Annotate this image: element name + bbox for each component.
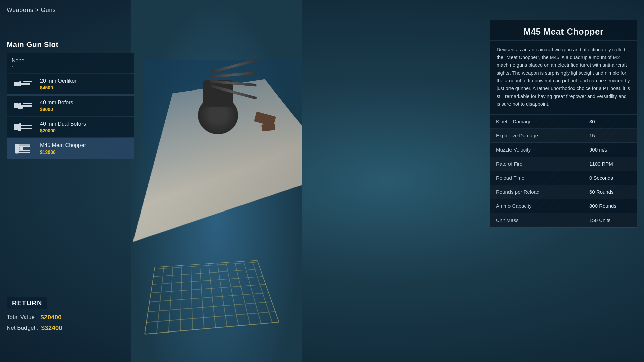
- rope-net: [144, 260, 280, 335]
- weapon-none-name: None: [12, 58, 24, 64]
- stat-value-4: 0 Seconds: [583, 171, 637, 185]
- stat-label-5: Rounds per Reload: [490, 185, 583, 199]
- stat-value-0: 30: [583, 115, 637, 128]
- weapon-icon-dual-bofors: [12, 120, 35, 134]
- weapon-name-meat-chopper: M45 Meat Chopper: [40, 142, 86, 148]
- stat-value-6: 800 Rounds: [583, 199, 637, 213]
- return-section: RETURN Total Value : $20400 Net Budget :…: [7, 297, 134, 335]
- weapon-name-dual-bofors: 40 mm Dual Bofors: [40, 121, 86, 127]
- svg-rect-13: [17, 144, 30, 146]
- right-panel: M45 Meat Chopper Devised as an anti-airc…: [490, 20, 637, 228]
- return-title: RETURN: [7, 297, 47, 309]
- stats-table: Kinetic Damage30Explosive Damage15Muzzle…: [490, 115, 637, 227]
- weapon-list: None - 20 mm Oerlikon $4500: [7, 53, 134, 159]
- gun-icon-bofors: [13, 100, 34, 112]
- panel-title: Main Gun Slot: [7, 40, 134, 49]
- net-budget-label: Net Budget :: [7, 325, 39, 331]
- weapon-item-meat-chopper[interactable]: M45 Meat Chopper $13000: [7, 138, 134, 159]
- weapon-info-dual-bofors: 40 mm Dual Bofors $20000: [40, 121, 86, 133]
- weapon-detail-title: M45 Meat Chopper: [490, 20, 637, 41]
- svg-rect-2: [23, 81, 32, 82]
- gun-barrel-3: [210, 80, 257, 86]
- weapon-price-bofors: $8000: [40, 107, 73, 112]
- weapon-info-meat-chopper: M45 Meat Chopper $13000: [40, 142, 86, 155]
- weapon-price-oerlikon: $4500: [40, 85, 78, 90]
- weapon-detail-description: Devised as an anti-aircraft weapon and a…: [490, 41, 637, 115]
- weapon-info-oerlikon: 20 mm Oerlikon $4500: [40, 78, 78, 90]
- total-value-label: Total Value :: [7, 314, 38, 321]
- stat-value-3: 1100 RPM: [583, 157, 637, 171]
- net-budget: $32400: [41, 324, 62, 332]
- stat-label-0: Kinetic Damage: [490, 115, 583, 128]
- gun-icon-meat-chopper: [13, 143, 34, 155]
- stat-value-7: 150 Units: [583, 213, 637, 227]
- stat-value-1: 15: [583, 129, 637, 142]
- weapon-icon-oerlikon: [12, 77, 35, 91]
- gun-icon-dual-bofors: [13, 121, 34, 133]
- weapon-info-bofors: 40 mm Bofors $8000: [40, 100, 73, 112]
- weapon-icon-bofors: [12, 99, 35, 112]
- weapon-icon-meat-chopper: [12, 142, 35, 155]
- svg-rect-5: [14, 103, 18, 108]
- weapon-item-none[interactable]: None -: [7, 53, 134, 73]
- stat-label-6: Ammo Capacity: [490, 199, 583, 213]
- weapon-name-bofors: 40 mm Bofors: [40, 100, 73, 106]
- svg-rect-16: [17, 152, 30, 153]
- weapon-price-dual-bofors: $20000: [40, 128, 86, 133]
- stat-row-3: Rate of Fire1100 RPM: [490, 157, 637, 171]
- left-panel: Main Gun Slot None - 20 mm Oerlikon $450…: [7, 40, 134, 160]
- svg-rect-8: [20, 106, 23, 109]
- game-scene: [131, 0, 302, 362]
- svg-rect-11: [14, 124, 18, 130]
- svg-rect-17: [15, 144, 19, 153]
- svg-rect-6: [23, 103, 32, 104]
- gun-icon-small: [13, 78, 34, 90]
- stat-label-4: Reload Time: [490, 171, 583, 185]
- stat-label-2: Muzzle Velocity: [490, 143, 583, 157]
- stat-row-7: Unit Mass150 Units: [490, 213, 637, 227]
- svg-marker-12: [18, 123, 21, 131]
- breadcrumb: Weapons > Guns: [7, 7, 62, 15]
- stat-row-4: Reload Time0 Seconds: [490, 171, 637, 185]
- stat-label-7: Unit Mass: [490, 213, 583, 227]
- svg-marker-3: [17, 81, 21, 86]
- weapon-item-bofors[interactable]: 40 mm Bofors $8000: [7, 95, 134, 116]
- total-value-row: Total Value : $20400: [7, 314, 134, 321]
- weapon-item-oerlikon[interactable]: 20 mm Oerlikon $4500: [7, 74, 134, 95]
- stat-row-2: Muzzle Velocity900 m/s: [490, 143, 637, 157]
- stat-value-5: 60 Rounds: [583, 185, 637, 199]
- weapon-none-dash: -: [12, 64, 13, 69]
- stat-row-5: Rounds per Reload60 Rounds: [490, 185, 637, 199]
- gun-barrels: [208, 70, 255, 88]
- deck-item-2: [261, 123, 275, 131]
- gun-barrel-2: [210, 71, 257, 78]
- svg-rect-1: [14, 82, 17, 86]
- stat-label-3: Rate of Fire: [490, 157, 583, 171]
- total-value: $20400: [40, 314, 61, 321]
- weapon-item-dual-bofors[interactable]: 40 mm Dual Bofors $20000: [7, 117, 134, 137]
- stat-row-6: Ammo Capacity800 Rounds: [490, 199, 637, 213]
- net-budget-row: Net Budget : $32400: [7, 324, 134, 332]
- stat-label-1: Explosive Damage: [490, 129, 583, 142]
- stat-value-2: 900 m/s: [583, 143, 637, 157]
- weapon-price-meat-chopper: $13000: [40, 149, 86, 155]
- weapon-name-oerlikon: 20 mm Oerlikon: [40, 78, 78, 84]
- stat-row-0: Kinetic Damage30: [490, 115, 637, 129]
- stat-row-1: Explosive Damage15: [490, 129, 637, 143]
